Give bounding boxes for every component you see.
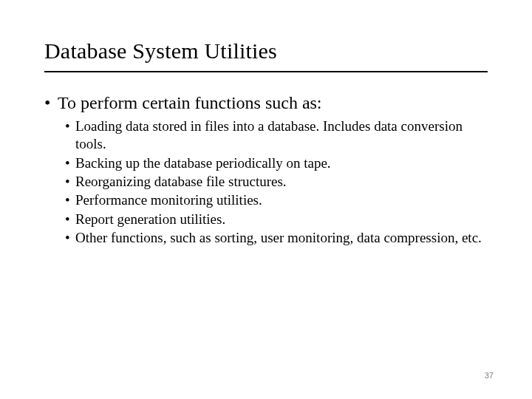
bullet-icon: • <box>65 154 75 172</box>
bullet-level-2-text: Performance monitoring utilities. <box>75 192 262 208</box>
slide-body: •To perform certain functions such as: •… <box>44 93 488 247</box>
bullet-level-2: •Loading data stored in files into a dat… <box>65 117 488 154</box>
bullet-level-2: •Other functions, such as sorting, user … <box>65 229 488 247</box>
bullet-level-2-text: Report generation utilities. <box>75 211 225 227</box>
bullet-icon: • <box>44 93 58 113</box>
bullet-level-2-group: •Loading data stored in files into a dat… <box>65 117 488 247</box>
bullet-level-2: •Reorganizing database file structures. <box>65 173 488 191</box>
bullet-level-2-text: Other functions, such as sorting, user m… <box>75 230 482 245</box>
bullet-level-2: •Backing up the database periodically on… <box>65 154 488 172</box>
bullet-icon: • <box>65 211 75 228</box>
bullet-level-1-text: To perform certain functions such as: <box>58 93 322 112</box>
slide: Database System Utilities •To perform ce… <box>0 0 532 399</box>
bullet-level-2: •Report generation utilities. <box>65 211 488 228</box>
bullet-level-2-text: Reorganizing database file structures. <box>75 174 287 189</box>
bullet-level-1: •To perform certain functions such as: <box>44 93 488 113</box>
bullet-icon: • <box>65 229 75 247</box>
bullet-icon: • <box>65 173 75 191</box>
slide-title: Database System Utilities <box>44 38 488 72</box>
bullet-level-2-text: Loading data stored in files into a data… <box>75 118 463 151</box>
bullet-icon: • <box>65 191 75 209</box>
bullet-level-2-text: Backing up the database periodically on … <box>75 155 331 171</box>
page-number: 37 <box>485 371 494 380</box>
bullet-level-2: •Performance monitoring utilities. <box>65 191 488 209</box>
bullet-icon: • <box>65 117 75 135</box>
